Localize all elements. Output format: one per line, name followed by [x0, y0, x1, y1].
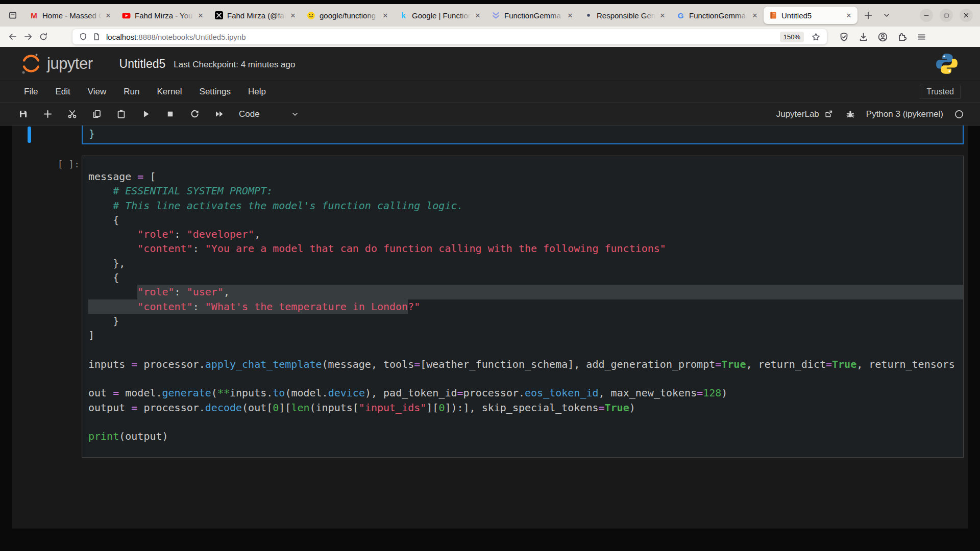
browser-tab[interactable]: k Google | Function ✕	[394, 4, 486, 27]
bookmark-star-icon[interactable]	[812, 33, 820, 41]
code-line: output = processor.decode(out[0][len(inp…	[88, 400, 963, 415]
browser-url-bar: localhost:8888/notebooks/Untitled5.ipynb…	[0, 27, 980, 47]
checkpoint-status: Last Checkpoint: 4 minutes ago	[174, 60, 295, 70]
fast-forward-button[interactable]	[213, 109, 225, 120]
save-button[interactable]	[17, 109, 29, 120]
privacy-shield-icon[interactable]	[839, 32, 849, 42]
menu-file[interactable]: File	[15, 87, 46, 97]
code-line: out = model.generate(**inputs.to(model.d…	[88, 386, 963, 400]
restart-button[interactable]	[189, 109, 200, 120]
kernel-status-icon[interactable]	[953, 109, 965, 120]
paste-button[interactable]	[115, 109, 127, 120]
tab-close-icon[interactable]: ✕	[196, 11, 205, 20]
notebook-scroll-area[interactable]: } [ ]: message = [ # ESSENTIAL SYSTEM PR…	[0, 126, 980, 551]
huggingface-icon	[307, 11, 315, 20]
cell1-code: }	[83, 126, 963, 142]
browser-tab[interactable]: Fahd Mirza (@fah ✕	[209, 4, 302, 27]
tab-close-icon[interactable]: ✕	[658, 11, 667, 20]
menu-help[interactable]: Help	[239, 87, 275, 97]
chevron-down-icon[interactable]	[289, 109, 301, 120]
tab-close-icon[interactable]: ✕	[844, 11, 853, 20]
shield-icon[interactable]	[79, 33, 87, 41]
jupyterlab-link[interactable]: JupyterLab	[776, 109, 835, 120]
chevrons-icon	[492, 11, 500, 20]
browser-tab-active[interactable]: Untitled5 ✕	[764, 7, 857, 24]
menu-kernel[interactable]: Kernel	[148, 87, 190, 97]
browser-tab[interactable]: Fahd Mirza - YouT ✕	[117, 4, 209, 27]
code-line: ]	[88, 328, 963, 342]
jupyter-header: jupyter Untitled5 Last Checkpoint: 4 min…	[0, 47, 980, 81]
jupyter-book-icon	[769, 11, 777, 20]
browser-tab[interactable]: G FunctionGemma r ✕	[671, 4, 764, 27]
tab-close-icon[interactable]: ✕	[566, 11, 575, 20]
code-line: # This line activates the model's functi…	[88, 198, 963, 213]
run-button[interactable]	[140, 109, 151, 120]
url-input[interactable]: localhost:8888/notebooks/Untitled5.ipynb…	[72, 29, 827, 44]
tab-label: Untitled5	[781, 11, 842, 20]
menu-icon[interactable]	[917, 32, 926, 42]
tab-close-icon[interactable]: ✕	[473, 11, 482, 20]
browser-tab[interactable]: FunctionGemma - ✕	[486, 4, 579, 27]
tab-close-icon[interactable]: ✕	[104, 11, 113, 20]
account-icon[interactable]	[878, 32, 888, 42]
download-icon[interactable]	[859, 32, 868, 42]
browser-action-icons	[839, 32, 926, 42]
reload-button[interactable]	[36, 29, 51, 44]
add-button[interactable]	[42, 109, 53, 120]
minimize-button[interactable]	[920, 9, 933, 22]
cell-type-select[interactable]: Code	[239, 109, 260, 119]
browser-tab[interactable]: Responsible Gene ✕	[579, 4, 671, 27]
kernel-name[interactable]: Python 3 (ipykernel)	[866, 109, 943, 119]
trusted-button[interactable]: Trusted	[920, 85, 961, 99]
url-text: localhost:8888/notebooks/Untitled5.ipynb	[106, 33, 780, 41]
jupyter-menubar: FileEditViewRunKernelSettingsHelp Truste…	[0, 81, 980, 103]
zoom-level-badge[interactable]: 150%	[780, 32, 804, 42]
stop-button[interactable]	[164, 109, 176, 120]
code-line: }	[88, 314, 963, 328]
jupyterlab-link-label: JupyterLab	[776, 109, 819, 119]
new-tab-button[interactable]	[861, 8, 876, 23]
tab-close-icon[interactable]: ✕	[288, 11, 298, 20]
code-line	[88, 371, 963, 386]
extensions-icon[interactable]	[897, 32, 907, 42]
tab-overview-icon[interactable]	[5, 8, 20, 23]
google-g-icon: G	[676, 11, 685, 20]
notebook-title[interactable]: Untitled5	[119, 57, 166, 71]
debugger-bug-icon[interactable]	[845, 109, 856, 120]
cell-input-prompt: [ ]:	[33, 159, 80, 169]
menu-edit[interactable]: Edit	[46, 87, 79, 97]
tab-label: Home - Massed C	[42, 11, 102, 20]
tab-close-icon[interactable]: ✕	[381, 11, 390, 20]
forward-button[interactable]	[20, 29, 36, 44]
menu-run[interactable]: Run	[115, 87, 148, 97]
window-controls	[920, 9, 973, 22]
browser-tab[interactable]: M Home - Massed C ✕	[24, 4, 117, 27]
tab-label: FunctionGemma -	[504, 11, 564, 20]
code-line: message = [	[88, 169, 963, 184]
python-logo-icon	[935, 52, 959, 76]
code-line: {	[88, 270, 963, 285]
code-line: },	[88, 256, 963, 270]
notebook-panel: } [ ]: message = [ # ESSENTIAL SYSTEM PR…	[12, 126, 968, 529]
code-cell-focused[interactable]: }	[82, 126, 964, 144]
code-line: "role": "user",	[88, 285, 963, 299]
list-all-tabs-icon[interactable]	[879, 8, 894, 23]
menu-view[interactable]: View	[79, 87, 115, 97]
code-cell-editor[interactable]: message = [ # ESSENTIAL SYSTEM PROMPT: #…	[82, 156, 964, 458]
page-info-icon[interactable]	[92, 33, 101, 41]
cut-button[interactable]	[66, 109, 78, 120]
maximize-button[interactable]	[940, 9, 953, 22]
tab-close-icon[interactable]: ✕	[750, 11, 760, 20]
tab-label: Responsible Gene	[597, 11, 656, 20]
browser-tab[interactable]: google/functiong ✕	[302, 4, 394, 27]
code-line	[88, 343, 963, 357]
jupyter-logo[interactable]: jupyter	[19, 52, 93, 76]
tab-label: google/functiong	[320, 11, 379, 20]
menu-settings[interactable]: Settings	[191, 87, 239, 97]
tab-label: Fahd Mirza (@fah	[227, 11, 286, 20]
kaggle-icon: k	[399, 11, 408, 20]
massed-icon: M	[30, 11, 38, 20]
back-button[interactable]	[5, 29, 20, 44]
copy-button[interactable]	[91, 109, 102, 120]
close-window-button[interactable]	[960, 9, 973, 22]
